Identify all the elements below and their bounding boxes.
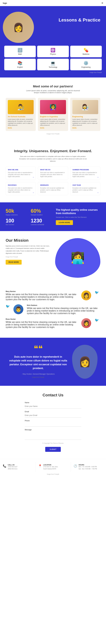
arrow-icon-5[interactable]: → xyxy=(97,192,99,194)
partners-image-credit: Images from Freepik xyxy=(6,133,100,135)
partner-image-2: 👩‍🔬 xyxy=(72,100,98,114)
engineering-label: Engineering xyxy=(72,66,100,68)
integrity-card-title-2: SUMMER PROGRAMS xyxy=(72,169,98,170)
stat-number-1: 60% xyxy=(31,208,53,214)
mission-image: 👩‍💻 xyxy=(55,238,100,278)
stat-number-0: 50k xyxy=(6,208,28,214)
clock-icon: 🕐 xyxy=(74,464,77,468)
stat-item-1: 60% Sample Headline xyxy=(31,208,53,216)
quote-image: 👩 xyxy=(72,345,98,379)
quote-author: - May Hooker, General Manager Operations xyxy=(8,373,68,375)
mission-inner: Our Mission Egestas purus viverra accums… xyxy=(6,238,100,278)
form-group-message: Message xyxy=(25,429,81,440)
phone-icon: 📞 xyxy=(3,464,6,468)
hero-card-english[interactable]: 📚 English xyxy=(4,59,36,70)
hero-card-engineering[interactable]: ⚙️ Engineering xyxy=(70,59,102,70)
mission-read-more-button[interactable]: READ MORE xyxy=(6,260,22,264)
stat-label-2: Our courses xyxy=(6,224,28,226)
footer-location-line2: South Dakota 83475 xyxy=(43,468,58,470)
contact-form: Name Email Phone Message © Copyright The… xyxy=(25,402,81,452)
hero-card-medicine[interactable]: 💊 Medicine xyxy=(70,46,102,57)
stats-headline: The highest quality online courses from … xyxy=(56,208,100,215)
name-input[interactable] xyxy=(25,404,81,408)
partners-description: Lorem ipsum dolor sit amet, consectetur … xyxy=(25,90,81,94)
testimonial-body-1: While we were not the first home cleanin… xyxy=(27,307,100,315)
testimonial-2: Rose Hunter While we were not the first … xyxy=(6,318,100,328)
testimonial-text-0: Mary Norton While we were not the first … xyxy=(6,290,79,301)
stat-label-0: Happy customers xyxy=(6,214,28,216)
email-label: Email xyxy=(25,411,81,413)
testimonial-body-0: While we were not the first home cleanin… xyxy=(6,293,79,301)
integrity-grid: WHO WE ARE Duis aute irure dolor in repr… xyxy=(6,166,100,195)
testimonial-author-0: Mary Norton xyxy=(6,290,79,292)
footer-call-line2: (808) 555-0111 xyxy=(8,468,18,470)
partner-image-0: 👨‍🎨 xyxy=(8,100,34,114)
learn-more-button[interactable]: LEARN MORE xyxy=(56,220,73,225)
mission-image-credit: Image from Freepik xyxy=(6,256,51,258)
math-label: Math xyxy=(6,53,34,55)
testimonial-author-1: Nick Hudson xyxy=(27,304,100,306)
testimonial-text-2: Rose Hunter While we were not the first … xyxy=(6,318,79,328)
hero-card-physics[interactable]: ⚛️ Physics xyxy=(37,46,69,57)
submit-button[interactable]: SUBMIT xyxy=(45,447,61,452)
technology-label: Technology xyxy=(38,66,67,68)
partner-image-1: 👩‍🏫 xyxy=(40,100,66,114)
hero-card-technology[interactable]: 💻 Technology xyxy=(37,59,69,70)
integrity-card-2: SUMMER PROGRAMS Duis aute irure dolor in… xyxy=(70,166,100,180)
footer-call-title: CALL US xyxy=(8,464,18,466)
arrow-icon-2[interactable]: → xyxy=(97,176,99,178)
footer-image-credit: Image from Freepik xyxy=(0,472,106,476)
testimonial-avatar-2: 👩 xyxy=(81,318,91,328)
testimonial-0: Mary Norton While we were not the first … xyxy=(6,290,100,301)
integrity-card-desc-3: Duis aute irure dolor in reprehenderit i… xyxy=(8,187,34,193)
integrity-card-desc-4: Excepteur sint occaecat cupidatat non pr… xyxy=(40,187,66,193)
partners-section: Meet some of our partners! Lorem ipsum d… xyxy=(0,78,106,142)
integrity-card-title-4: WEBINARS xyxy=(40,184,66,186)
integrity-card-3: RESORSES Duis aute irure dolor in repreh… xyxy=(6,182,36,195)
menu-icon[interactable]: ≡ xyxy=(102,2,103,5)
partner-card-1: 👩‍🏫 English in Argentina Lorem ipsum dol… xyxy=(38,98,68,131)
integrity-card-desc-5: Excepteur sint occaecat cupidatat non pr… xyxy=(72,187,98,193)
integrity-card-title-1: WHAT WE DO xyxy=(40,169,66,170)
message-label: Message xyxy=(25,429,81,431)
testimonial-text-1: Nick Hudson While we were not the first … xyxy=(27,304,100,315)
name-label: Name xyxy=(25,402,81,404)
location-icon: 📍 xyxy=(38,464,42,468)
testimonials-section: Mary Norton While we were not the first … xyxy=(0,285,106,338)
footer-location-line1: 2715 Ash Dr. San Jose, xyxy=(43,466,58,468)
integrity-title: Integrity. Uniqueness. Enjoyment. Ever F… xyxy=(6,149,100,153)
arrow-icon-0[interactable]: → xyxy=(32,176,34,178)
partner-more-0[interactable]: MORE xyxy=(8,127,12,128)
testimonial-1: 🐦 👨 Nick Hudson While we were not the fi… xyxy=(6,304,100,315)
footer-hours: 🕐 HOURS Mon - Fri: 9:00 AM - 9:00 PM Sat… xyxy=(71,462,106,472)
partner-more-1[interactable]: MORE xyxy=(40,127,44,128)
logo: logo xyxy=(3,2,7,4)
email-input[interactable] xyxy=(25,413,81,418)
technology-icon: 💻 xyxy=(38,61,67,66)
footer-location-content: LOCATION 2715 Ash Dr. San Jose, South Da… xyxy=(43,464,58,470)
hero-card-math[interactable]: 🔢 Math xyxy=(4,46,36,57)
partner-desc-2: Lorem ipsum dolor sit amet, consectetur … xyxy=(72,118,98,126)
testimonial-author-2: Rose Hunter xyxy=(6,318,79,320)
partners-cards: 👨‍🎨 Art School Australia Lorem ipsum dol… xyxy=(6,98,100,131)
stats-left: 50k Happy customers 100 Our courses xyxy=(6,208,28,226)
stats-grid: 50k Happy customers 100 Our courses 60% … xyxy=(6,208,100,226)
arrow-icon-3[interactable]: → xyxy=(32,192,34,194)
testimonial-avatar-1: 👨 xyxy=(14,304,23,314)
footer-location: 📍 LOCATION 2715 Ash Dr. San Jose, South … xyxy=(35,462,71,472)
contact-section: Contact Us Name Email Phone Message © Co… xyxy=(0,386,106,459)
partner-card-0: 👨‍🎨 Art School Australia Lorem ipsum dol… xyxy=(6,98,36,131)
hero-avatar: 👩 xyxy=(3,12,34,43)
contact-copyright: © Copyright The Terms of Service xyxy=(25,442,81,444)
twitter-icon-2: 🐦 xyxy=(95,318,100,322)
integrity-card-5: OUR TEAM Excepteur sint occaecat cupidat… xyxy=(70,182,100,195)
quote-section: ❝❝ Duis aute irure dolor in reprehenderi… xyxy=(0,338,106,386)
hero-title: Lessons & Practice xyxy=(37,18,103,23)
math-icon: 🔢 xyxy=(6,48,34,52)
phone-input[interactable] xyxy=(25,422,81,427)
physics-icon: ⚛️ xyxy=(38,48,67,52)
message-input[interactable] xyxy=(25,431,81,440)
twitter-icon-0: 🐦 xyxy=(95,290,100,294)
integrity-description: Duis aute irure dolor in reprehenderit i… xyxy=(18,155,88,162)
partner-more-2[interactable]: MORE xyxy=(72,127,76,128)
